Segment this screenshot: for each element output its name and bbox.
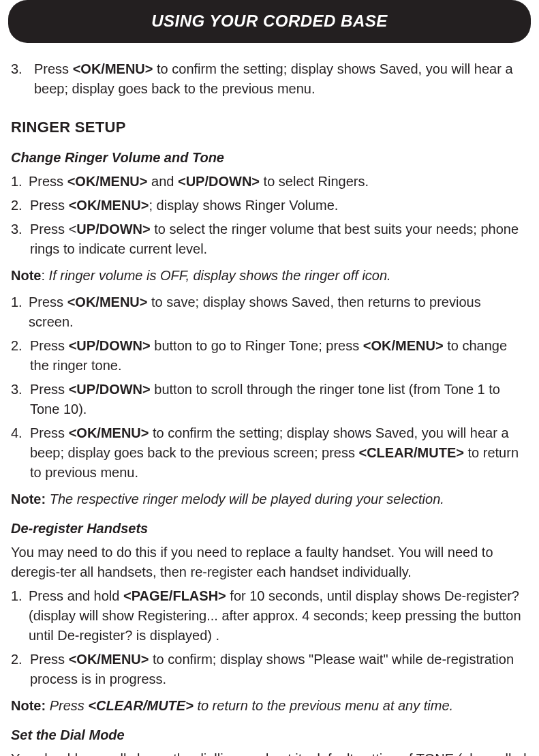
note-label: Note:: [11, 492, 46, 506]
step-number: 3.: [11, 380, 30, 419]
subheading-change-ringer: Change Ringer Volume and Tone: [11, 148, 528, 168]
step: 2. Press <OK/MENU>; display shows Ringer…: [11, 196, 528, 215]
step: 2. Press <OK/MENU> to confirm; display s…: [11, 650, 528, 689]
step: 2. Press <UP/DOWN> button to go to Ringe…: [11, 336, 528, 376]
text: Press: [29, 294, 67, 309]
text: and: [148, 174, 178, 189]
step: 3. Press <UP/DOWN> button to scroll thro…: [11, 380, 528, 419]
step-body: Press <OK/MENU> to confirm; display show…: [30, 650, 528, 689]
step-number: 3.: [11, 59, 30, 99]
text: Press: [30, 425, 69, 440]
step-number: 1.: [11, 292, 29, 332]
key-up-down: <UP/DOWN>: [69, 382, 151, 397]
text: Press: [50, 698, 89, 713]
step: 1. Press <OK/MENU> and <UP/DOWN> to sele…: [11, 172, 528, 192]
key-ok-menu: <OK/MENU>: [73, 61, 153, 76]
step-body: Press <UP/DOWN> to select the ringer vol…: [30, 220, 528, 259]
step: 1. Press <OK/MENU> to save; display show…: [11, 292, 528, 332]
key-up-down: <UP/DOWN>: [69, 338, 151, 353]
step-number: 2.: [11, 650, 30, 689]
step-body: Press <OK/MENU> and <UP/DOWN> to select …: [29, 172, 528, 192]
text: to return to the previous menu at any ti…: [194, 698, 453, 713]
step: 3. Press <OK/MENU> to confirm the settin…: [11, 59, 528, 99]
step-number: 2.: [11, 196, 30, 215]
section-header: USING YOUR CORDED BASE: [8, 0, 531, 43]
step-body: Press <OK/MENU>; display shows Ringer Vo…: [30, 196, 528, 215]
step-body: Press <OK/MENU> to confirm the setting; …: [30, 423, 528, 483]
key-page-flash: <PAGE/FLASH>: [123, 588, 226, 603]
key-ok-menu: <OK/MENU>: [67, 294, 148, 309]
step-body: Press <UP/DOWN> button to scroll through…: [30, 380, 528, 419]
key-up-down: UP/DOWN>: [76, 222, 150, 237]
step: 4. Press <OK/MENU> to confirm the settin…: [11, 423, 528, 483]
key-up-down: <UP/DOWN>: [178, 174, 260, 189]
note: Note: The respective ringer melody will …: [11, 489, 528, 509]
key-ok-menu: <OK/MENU>: [67, 174, 148, 189]
step-number: 2.: [11, 336, 30, 376]
text: :: [41, 268, 48, 283]
key-ok-menu: <OK/MENU>: [363, 338, 444, 353]
note-label: Note: [11, 268, 41, 283]
step-number: 1.: [11, 586, 29, 646]
text: Press: [30, 652, 69, 667]
key-ok-menu: <OK/MENU>: [69, 425, 149, 440]
step-body: Press <OK/MENU> to save; display shows S…: [29, 292, 528, 332]
paragraph: You may need to do this if you need to r…: [11, 543, 528, 582]
note: Note: If ringer volume is OFF, display s…: [11, 266, 528, 286]
subheading-deregister: De-register Handsets: [11, 519, 528, 539]
key-clear-mute: <CLEAR/MUTE>: [359, 445, 464, 460]
key-ok-menu: <OK/MENU>: [69, 652, 149, 667]
heading-ringer-setup: RINGER SETUP: [11, 117, 528, 138]
text: Press <: [30, 222, 76, 237]
page-content: 3. Press <OK/MENU> to confirm the settin…: [0, 43, 539, 756]
text: button to go to Ringer Tone; press: [151, 338, 363, 353]
note-body: The respective ringer melody will be pla…: [50, 492, 444, 506]
text: Press: [30, 382, 69, 397]
subheading-dial-mode: Set the Dial Mode: [11, 725, 528, 745]
text: Press: [30, 338, 69, 353]
step: 3. Press <UP/DOWN> to select the ringer …: [11, 220, 528, 259]
step: 1. Press and hold <PAGE/FLASH> for 10 se…: [11, 586, 528, 646]
step-body: Press <UP/DOWN> button to go to Ringer T…: [30, 336, 528, 376]
text: to select Ringers.: [260, 174, 369, 189]
text: Press and hold: [29, 588, 123, 603]
note-body: Press <CLEAR/MUTE> to return to the prev…: [50, 698, 453, 713]
text: Press: [29, 174, 67, 189]
text: ; display shows Ringer Volume.: [149, 198, 339, 213]
note-body: If ringer volume is OFF, display shows t…: [49, 268, 391, 283]
text: Press: [34, 61, 73, 76]
key-ok-menu: <OK/MENU>: [69, 198, 149, 213]
key-clear-mute: <CLEAR/MUTE>: [88, 698, 193, 713]
step-number: 3.: [11, 220, 30, 259]
section-title: USING YOUR CORDED BASE: [151, 12, 388, 30]
paragraph: You should normally leave the dialling m…: [11, 749, 528, 756]
note: Note: Press <CLEAR/MUTE> to return to th…: [11, 696, 528, 716]
step-body: Press <OK/MENU> to confirm the setting; …: [30, 59, 528, 99]
step-body: Press and hold <PAGE/FLASH> for 10 secon…: [29, 586, 528, 646]
step-number: 4.: [11, 423, 30, 483]
note-label: Note:: [11, 698, 46, 713]
text: Press: [30, 198, 69, 213]
step-number: 1.: [11, 172, 29, 192]
